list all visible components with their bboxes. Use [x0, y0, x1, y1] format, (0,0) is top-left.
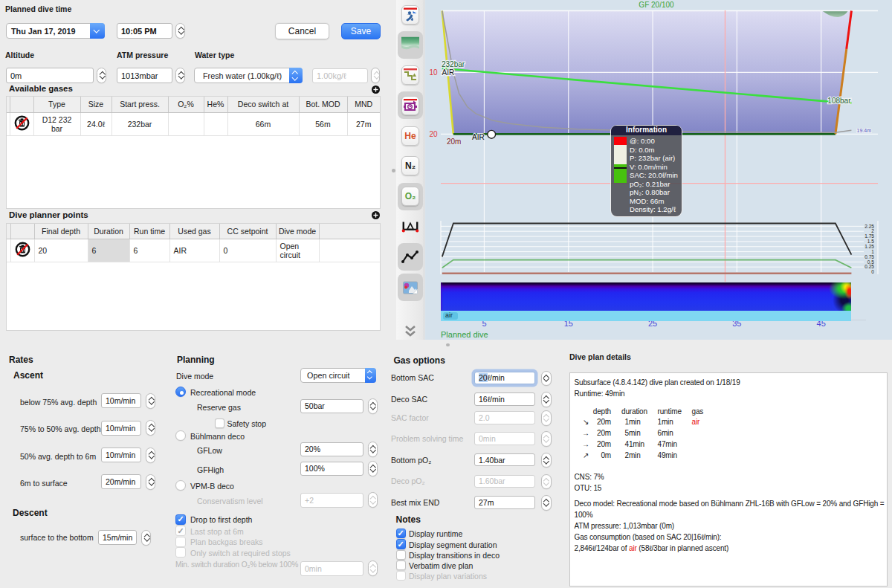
gases-header-type[interactable]: Type	[33, 97, 80, 112]
add-point-button[interactable]	[372, 211, 380, 219]
toolbar-tissue-ceiling-button[interactable]	[401, 65, 419, 85]
water-type-select[interactable]: Fresh water (1.00kg/ℓ)	[194, 68, 303, 83]
gases-header-use[interactable]	[10, 97, 33, 112]
atm-pressure-input[interactable]: 1013mbar	[117, 68, 172, 83]
bottom-po2-input[interactable]: 1.40bar	[474, 453, 535, 467]
drop-to-first-depth-checkbox[interactable]: ✓	[175, 514, 186, 525]
transitions-checkbox[interactable]	[396, 550, 406, 560]
gas-startpress-cell[interactable]: 232bar	[112, 112, 168, 136]
point-finaldepth-cell[interactable]: 20	[34, 239, 88, 262]
gas-mnd-cell[interactable]: 27m	[347, 112, 380, 136]
dive-mode-select[interactable]: Open circuit	[300, 368, 376, 383]
toolbar-pp-oxygen-button[interactable]: O₂	[401, 187, 419, 206]
points-header-finaldepth[interactable]: Final depth	[34, 224, 88, 239]
point-row[interactable]: 20 6 6 AIR 0 Open circuit	[7, 239, 380, 262]
vpmb-radio[interactable]	[175, 480, 186, 491]
toolbar-setpoint-button[interactable]	[401, 96, 419, 115]
bottom-po2-stepper[interactable]	[541, 453, 552, 468]
time-stepper[interactable]	[175, 23, 185, 39]
gfhigh-stepper[interactable]	[368, 461, 378, 476]
information-tooltip[interactable]: Information @: 0:00 D: 0.0m P: 232bar (a…	[610, 125, 682, 217]
toolbar-calculated-ceiling-button[interactable]	[401, 35, 419, 54]
rate-75to50-stepper[interactable]	[146, 420, 155, 436]
deco-sac-stepper[interactable]	[541, 392, 552, 407]
gases-header-decoswitch[interactable]: Deco switch at	[227, 97, 299, 112]
reserve-gas-stepper[interactable]	[368, 398, 378, 414]
trash-icon[interactable]	[14, 115, 30, 131]
points-header-runtime[interactable]: Run time	[129, 224, 169, 239]
rate-50to6-input[interactable]: 10m/min	[101, 448, 141, 462]
point-divemode-cell[interactable]: Open circuit	[276, 239, 319, 262]
point-duration-cell[interactable]: 6	[88, 239, 129, 262]
deco-sac-input[interactable]: 16ℓ/min	[474, 392, 535, 406]
water-type-dropdown-button[interactable]	[289, 68, 303, 83]
safety-stop-checkbox[interactable]	[215, 419, 225, 429]
gases-header-o2[interactable]: O₂%	[168, 97, 204, 112]
altitude-stepper[interactable]	[97, 68, 106, 83]
best-mix-input[interactable]: 27m	[474, 496, 535, 509]
point-ccsetpoint-cell[interactable]: 0	[219, 239, 276, 262]
gas-size-cell[interactable]: 24.0ℓ	[80, 112, 112, 136]
reserve-gas-input[interactable]: 50bar	[300, 399, 363, 414]
rate-50to6-stepper[interactable]	[146, 448, 155, 463]
toolbar-photos-button[interactable]	[401, 278, 419, 297]
horizontal-splitter-handle[interactable]	[446, 343, 450, 347]
dive-mode-dropdown-button[interactable]	[365, 368, 376, 383]
gflow-stepper[interactable]	[368, 442, 378, 457]
trash-icon[interactable]	[15, 242, 30, 257]
atm-pressure-stepper[interactable]	[175, 68, 185, 83]
verbatim-checkbox[interactable]	[396, 560, 406, 570]
rate-75to50-input[interactable]: 10m/min	[101, 421, 141, 436]
gflow-input[interactable]: 20%	[300, 442, 363, 457]
segment-duration-checkbox[interactable]: ✓	[396, 539, 406, 549]
cancel-button[interactable]: Cancel	[275, 23, 329, 39]
altitude-input[interactable]: 0m	[6, 68, 94, 83]
gases-header-botmod[interactable]: Bot. MOD	[299, 97, 347, 112]
add-gas-button[interactable]	[372, 85, 380, 94]
save-button[interactable]: Save	[341, 23, 381, 39]
gas-he-cell[interactable]	[204, 112, 227, 136]
buhlmann-radio[interactable]	[175, 430, 186, 441]
rate-below75-input[interactable]: 10m/min	[101, 393, 141, 408]
rate-descent-input[interactable]: 15m/min	[98, 530, 137, 545]
gas-decoswitch-cell[interactable]: 66m	[227, 112, 299, 136]
gas-remove-cell[interactable]	[10, 112, 33, 136]
dive-profile-chart[interactable]: GF 20/100 232bar AIR 108bar 20m AIR 19.4…	[425, 0, 892, 340]
toolbar-pp-helium-button[interactable]: He	[401, 126, 419, 146]
dive-plan-details-box[interactable]: Subsurface (4.8.4.142) dive plan created…	[569, 372, 888, 587]
point-usedgas-cell[interactable]: AIR	[169, 239, 219, 262]
date-select[interactable]: Thu Jan 17, 2019	[6, 23, 105, 39]
gfhigh-input[interactable]: 100%	[300, 462, 363, 476]
toolbar-dc-ceiling-button[interactable]	[401, 5, 419, 25]
points-header-divemode[interactable]: Dive mode	[276, 224, 319, 239]
points-header-usedgas[interactable]: Used gas	[169, 224, 219, 239]
gases-header-startpress[interactable]: Start press.	[112, 97, 168, 112]
bottom-sac-input[interactable]: 20ℓ/min	[474, 372, 535, 385]
toolbar-sac-rate-button[interactable]	[401, 248, 419, 267]
toolbar-ruler-button[interactable]	[401, 217, 419, 236]
vertical-splitter-handle[interactable]	[392, 169, 395, 172]
gas-botmod-cell[interactable]: 56m	[299, 112, 347, 136]
rate-6tosurface-input[interactable]: 20m/min	[101, 474, 141, 489]
points-header-ccsetpoint[interactable]: CC setpoint	[219, 224, 276, 239]
rate-descent-stepper[interactable]	[141, 530, 151, 546]
rate-below75-stepper[interactable]	[146, 393, 155, 409]
gases-header-he[interactable]: He%	[204, 97, 227, 112]
date-dropdown-button[interactable]	[90, 23, 105, 39]
toolbar-collapse-button[interactable]	[403, 325, 418, 337]
gases-header-mnd[interactable]: MND	[347, 97, 380, 112]
display-runtime-checkbox[interactable]: ✓	[396, 529, 406, 538]
gas-row[interactable]: D12 232 bar 24.0ℓ 232bar 66m 56m 27m	[7, 112, 380, 136]
points-header-del[interactable]	[10, 224, 34, 239]
recreational-mode-radio[interactable]	[175, 387, 186, 397]
time-input[interactable]: 10:05 PM	[117, 23, 172, 39]
gas-o2-cell[interactable]	[168, 112, 204, 136]
planner-point-handle[interactable]	[488, 130, 496, 138]
points-header-duration[interactable]: Duration	[88, 224, 129, 239]
toolbar-pp-nitrogen-button[interactable]: N₂	[401, 156, 419, 175]
point-runtime-cell[interactable]: 6	[129, 239, 169, 262]
best-mix-stepper[interactable]	[541, 495, 552, 511]
bottom-sac-stepper[interactable]	[541, 371, 552, 387]
point-remove-cell[interactable]	[10, 239, 34, 262]
gases-header-size[interactable]: Size	[80, 97, 112, 112]
